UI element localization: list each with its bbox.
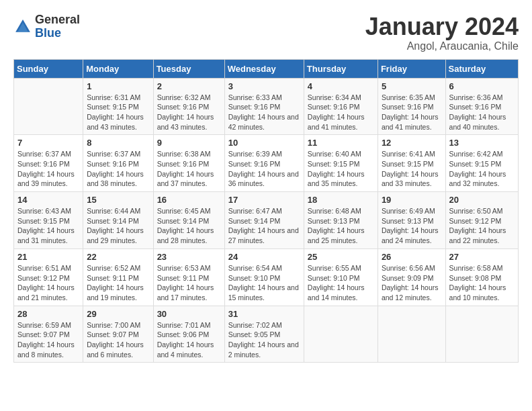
calendar-cell: 15Sunrise: 6:44 AMSunset: 9:14 PMDayligh… [83,192,153,249]
cell-info: Sunrise: 6:37 AMSunset: 9:16 PMDaylight:… [17,149,79,189]
calendar-cell: 18Sunrise: 6:48 AMSunset: 9:13 PMDayligh… [304,192,378,249]
cell-info: Sunrise: 6:41 AMSunset: 9:15 PMDaylight:… [382,149,442,189]
calendar-cell: 7Sunrise: 6:37 AMSunset: 9:16 PMDaylight… [14,135,83,192]
calendar-cell: 1Sunrise: 6:31 AMSunset: 9:15 PMDaylight… [83,78,153,135]
calendar-cell [378,306,445,363]
calendar-cell: 11Sunrise: 6:40 AMSunset: 9:15 PMDayligh… [304,135,378,192]
calendar-cell: 30Sunrise: 7:01 AMSunset: 9:06 PMDayligh… [153,306,224,363]
calendar-cell: 28Sunrise: 6:59 AMSunset: 9:07 PMDayligh… [14,306,83,363]
day-number: 15 [87,195,149,205]
cell-info: Sunrise: 7:00 AMSunset: 9:07 PMDaylight:… [87,320,149,360]
day-number: 9 [157,138,221,148]
cell-info: Sunrise: 6:49 AMSunset: 9:13 PMDaylight:… [382,206,442,246]
calendar-cell: 4Sunrise: 6:34 AMSunset: 9:16 PMDaylight… [304,78,378,135]
day-number: 26 [382,252,442,262]
calendar-cell: 29Sunrise: 7:00 AMSunset: 9:07 PMDayligh… [83,306,153,363]
calendar-cell: 12Sunrise: 6:41 AMSunset: 9:15 PMDayligh… [378,135,445,192]
col-header-wednesday: Wednesday [224,59,304,78]
day-number: 22 [87,252,149,262]
col-header-monday: Monday [83,59,153,78]
calendar-table: SundayMondayTuesdayWednesdayThursdayFrid… [13,59,519,363]
day-number: 27 [449,252,515,262]
day-number: 24 [228,252,300,262]
cell-info: Sunrise: 6:55 AMSunset: 9:10 PMDaylight:… [308,263,374,303]
col-header-sunday: Sunday [14,59,83,78]
col-header-saturday: Saturday [445,59,518,78]
calendar-cell [14,78,83,135]
cell-info: Sunrise: 6:40 AMSunset: 9:15 PMDaylight:… [308,149,374,189]
day-number: 25 [308,252,374,262]
cell-info: Sunrise: 6:54 AMSunset: 9:10 PMDaylight:… [228,263,300,303]
day-number: 31 [228,309,300,319]
calendar-cell [445,306,518,363]
day-number: 11 [308,138,374,148]
calendar-cell: 13Sunrise: 6:42 AMSunset: 9:15 PMDayligh… [445,135,518,192]
cell-info: Sunrise: 6:51 AMSunset: 9:12 PMDaylight:… [17,263,79,303]
calendar-cell: 24Sunrise: 6:54 AMSunset: 9:10 PMDayligh… [224,248,304,306]
calendar-cell: 5Sunrise: 6:35 AMSunset: 9:16 PMDaylight… [378,78,445,135]
cell-info: Sunrise: 6:36 AMSunset: 9:16 PMDaylight:… [449,93,515,132]
logo-blue-text: Blue [35,26,61,40]
calendar-cell: 3Sunrise: 6:33 AMSunset: 9:16 PMDaylight… [224,78,304,135]
day-number: 2 [157,81,221,91]
day-number: 6 [449,81,515,91]
day-number: 21 [17,252,79,262]
calendar-cell: 23Sunrise: 6:53 AMSunset: 9:11 PMDayligh… [153,248,224,306]
logo: General Blue [13,13,80,40]
cell-info: Sunrise: 6:37 AMSunset: 9:16 PMDaylight:… [87,149,149,189]
week-row-5: 28Sunrise: 6:59 AMSunset: 9:07 PMDayligh… [14,306,519,363]
day-number: 23 [157,252,221,262]
calendar-cell: 17Sunrise: 6:47 AMSunset: 9:14 PMDayligh… [224,192,304,249]
cell-info: Sunrise: 6:34 AMSunset: 9:16 PMDaylight:… [308,93,374,132]
cell-info: Sunrise: 6:38 AMSunset: 9:16 PMDaylight:… [157,149,221,189]
day-number: 1 [87,81,149,91]
cell-info: Sunrise: 6:44 AMSunset: 9:14 PMDaylight:… [87,206,149,246]
day-number: 28 [17,309,79,319]
day-number: 19 [382,195,442,205]
calendar-cell: 9Sunrise: 6:38 AMSunset: 9:16 PMDaylight… [153,135,224,192]
logo-general-text: General [35,13,80,26]
calendar-cell: 6Sunrise: 6:36 AMSunset: 9:16 PMDaylight… [445,78,518,135]
calendar-cell: 16Sunrise: 6:45 AMSunset: 9:14 PMDayligh… [153,192,224,249]
week-row-1: 1Sunrise: 6:31 AMSunset: 9:15 PMDaylight… [14,78,519,135]
cell-info: Sunrise: 6:43 AMSunset: 9:15 PMDaylight:… [17,206,79,246]
day-number: 16 [157,195,221,205]
calendar-cell: 27Sunrise: 6:58 AMSunset: 9:08 PMDayligh… [445,248,518,306]
cell-info: Sunrise: 6:33 AMSunset: 9:16 PMDaylight:… [228,93,300,132]
calendar-cell [304,306,378,363]
cell-info: Sunrise: 6:50 AMSunset: 9:12 PMDaylight:… [449,206,515,246]
calendar-cell: 20Sunrise: 6:50 AMSunset: 9:12 PMDayligh… [445,192,518,249]
cell-info: Sunrise: 6:39 AMSunset: 9:16 PMDaylight:… [228,149,300,189]
calendar-cell: 10Sunrise: 6:39 AMSunset: 9:16 PMDayligh… [224,135,304,192]
calendar-cell: 31Sunrise: 7:02 AMSunset: 9:05 PMDayligh… [224,306,304,363]
title-block: January 2024 Angol, Araucania, Chile [365,13,519,52]
day-number: 4 [308,81,374,91]
calendar-title: January 2024 [365,13,519,40]
calendar-subtitle: Angol, Araucania, Chile [365,40,519,52]
calendar-cell: 8Sunrise: 6:37 AMSunset: 9:16 PMDaylight… [83,135,153,192]
col-header-friday: Friday [378,59,445,78]
cell-info: Sunrise: 6:32 AMSunset: 9:16 PMDaylight:… [157,93,221,132]
calendar-cell: 14Sunrise: 6:43 AMSunset: 9:15 PMDayligh… [14,192,83,249]
calendar-header-row: SundayMondayTuesdayWednesdayThursdayFrid… [14,59,519,78]
calendar-cell: 21Sunrise: 6:51 AMSunset: 9:12 PMDayligh… [14,248,83,306]
day-number: 14 [17,195,79,205]
cell-info: Sunrise: 6:52 AMSunset: 9:11 PMDaylight:… [87,263,149,303]
cell-info: Sunrise: 6:56 AMSunset: 9:09 PMDaylight:… [382,263,442,303]
cell-info: Sunrise: 7:01 AMSunset: 9:06 PMDaylight:… [157,320,221,360]
week-row-2: 7Sunrise: 6:37 AMSunset: 9:16 PMDaylight… [14,135,519,192]
day-number: 5 [382,81,442,91]
calendar-cell: 26Sunrise: 6:56 AMSunset: 9:09 PMDayligh… [378,248,445,306]
logo-icon [13,17,32,36]
calendar-cell: 19Sunrise: 6:49 AMSunset: 9:13 PMDayligh… [378,192,445,249]
page-header: General Blue January 2024 Angol, Araucan… [13,13,519,52]
day-number: 13 [449,138,515,148]
col-header-tuesday: Tuesday [153,59,224,78]
week-row-3: 14Sunrise: 6:43 AMSunset: 9:15 PMDayligh… [14,192,519,249]
calendar-cell: 22Sunrise: 6:52 AMSunset: 9:11 PMDayligh… [83,248,153,306]
cell-info: Sunrise: 6:58 AMSunset: 9:08 PMDaylight:… [449,263,515,303]
day-number: 18 [308,195,374,205]
calendar-cell: 2Sunrise: 6:32 AMSunset: 9:16 PMDaylight… [153,78,224,135]
day-number: 12 [382,138,442,148]
day-number: 8 [87,138,149,148]
